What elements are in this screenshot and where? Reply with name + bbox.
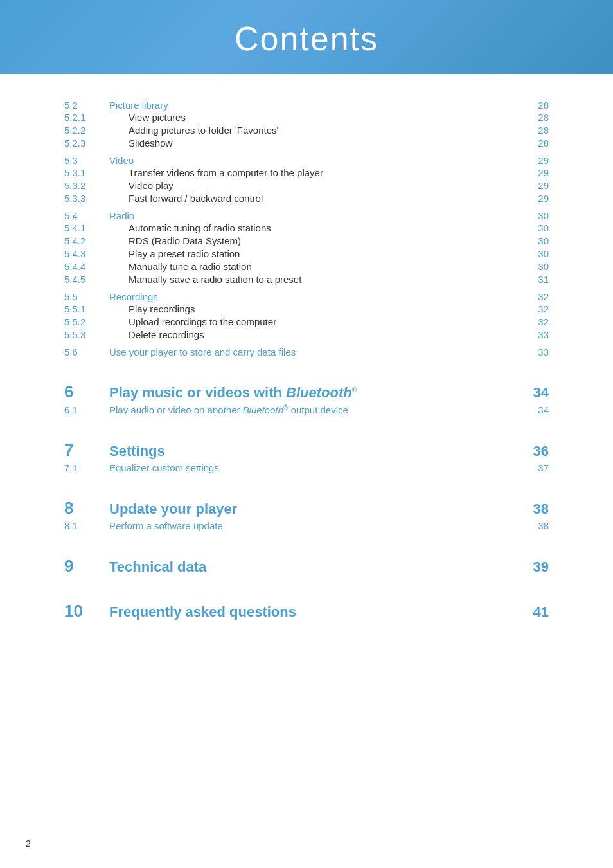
toc-page-7-1: 37 [529,462,549,473]
toc-num-6: 6 [64,382,109,402]
toc-num-5-4-3: 5.4.3 [64,248,109,259]
toc-num-5-2: 5.2 [64,100,109,111]
toc-entry-6: 6 Play music or videos with Bluetooth® 3… [64,382,549,402]
toc-num-5-4: 5.4 [64,210,109,221]
toc-label-5-2: Picture library [109,100,529,111]
toc-entry-5-6: 5.6 Use your player to store and carry d… [64,347,549,357]
toc-label-8: Update your player [109,501,529,518]
toc-page-6-1: 34 [529,404,549,415]
toc-label-5-4-4: Manually tune a radio station [109,261,529,272]
toc-entry-5-2-1: 5.2.1 View pictures 28 [64,112,549,123]
toc-label-5-5-3: Delete recordings [109,329,529,340]
toc-label-5-5-1: Play recordings [109,303,529,314]
toc-page-5-4: 30 [529,210,549,221]
toc-entry-5-5: 5.5 Recordings 32 [64,291,549,302]
toc-page-5-5-1: 32 [529,303,549,314]
toc-label-5-2-2: Adding pictures to folder 'Favorites' [109,125,529,136]
toc-num-6-1: 6.1 [64,404,109,415]
toc-page-9: 39 [529,559,549,575]
toc-page-8-1: 38 [529,520,549,531]
toc-num-10: 10 [64,601,109,621]
toc-num-5-2-3: 5.2.3 [64,138,109,149]
toc-num-5-3-3: 5.3.3 [64,193,109,204]
toc-entry-5-4: 5.4 Radio 30 [64,210,549,221]
toc-num-5-6: 5.6 [64,347,109,357]
toc-entry-8: 8 Update your player 38 [64,498,549,518]
toc-page-5-2-2: 28 [529,125,549,136]
reg-symbol-6-1: ® [283,404,288,411]
toc-page-6: 34 [529,384,549,401]
toc-page-5-2-3: 28 [529,138,549,149]
toc-label-5-4-1: Automatic tuning of radio stations [109,222,529,233]
toc-label-5-3-1: Transfer videos from a computer to the p… [109,167,529,178]
toc-page-5-5: 32 [529,291,549,302]
toc-label-5-4-2: RDS (Radio Data System) [109,235,529,246]
toc-label-7-1: Equalizer custom settings [109,462,529,473]
toc-num-8: 8 [64,498,109,518]
toc-entry-5-2-3: 5.2.3 Slideshow 28 [64,138,549,149]
toc-entry-5-2: 5.2 Picture library 28 [64,100,549,111]
bluetooth-italic-6-1: Bluetooth [243,404,283,415]
toc-entry-5-3-3: 5.3.3 Fast forward / backward control 29 [64,193,549,204]
toc-label-5-6: Use your player to store and carry data … [109,347,529,357]
toc-entry-5-2-2: 5.2.2 Adding pictures to folder 'Favorit… [64,125,549,136]
toc-page-5-2: 28 [529,100,549,111]
toc-entry-5-4-5: 5.4.5 Manually save a radio station to a… [64,274,549,285]
toc-label-5-2-1: View pictures [109,112,529,123]
toc-num-5-5-3: 5.5.3 [64,329,109,340]
toc-num-5-2-1: 5.2.1 [64,112,109,123]
toc-entry-5-4-3: 5.4.3 Play a preset radio station 30 [64,248,549,259]
toc-num-5-4-1: 5.4.1 [64,222,109,233]
toc-entry-5-3-1: 5.3.1 Transfer videos from a computer to… [64,167,549,178]
toc-entry-5-5-2: 5.5.2 Upload recordings to the computer … [64,316,549,327]
toc-label-10: Frequently asked questions [109,604,529,620]
toc-num-5-2-2: 5.2.2 [64,125,109,136]
toc-entry-6-1: 6.1 Play audio or video on another Bluet… [64,404,549,415]
toc-label-5-4-5: Manually save a radio station to a prese… [109,274,529,285]
toc-num-7-1: 7.1 [64,462,109,473]
toc-num-5-5-1: 5.5.1 [64,303,109,314]
toc-entry-10: 10 Frequently asked questions 41 [64,601,549,621]
toc-label-6: Play music or videos with Bluetooth® [109,384,529,401]
toc-page-5-3-3: 29 [529,193,549,204]
page-number: 2 [26,838,31,849]
toc-page-5-3: 29 [529,155,549,166]
toc-label-9: Technical data [109,559,529,575]
toc-page-7: 36 [529,443,549,460]
toc-num-5-5-2: 5.5.2 [64,316,109,327]
toc-num-9: 9 [64,556,109,576]
toc-num-5-4-2: 5.4.2 [64,235,109,246]
toc-num-5-3: 5.3 [64,155,109,166]
toc-entry-8-1: 8.1 Perform a software update 38 [64,520,549,531]
toc-page-8: 38 [529,501,549,518]
toc-page-5-4-4: 30 [529,261,549,272]
toc-label-6-1: Play audio or video on another Bluetooth… [109,404,529,415]
toc-entry-5-4-2: 5.4.2 RDS (Radio Data System) 30 [64,235,549,246]
toc-label-8-1: Perform a software update [109,520,529,531]
toc-page-5-6: 33 [529,347,549,357]
toc-page-5-4-5: 31 [529,274,549,285]
toc-entry-5-4-1: 5.4.1 Automatic tuning of radio stations… [64,222,549,233]
toc-label-5-4: Radio [109,210,529,221]
reg-symbol-6: ® [352,386,357,393]
toc-label-5-4-3: Play a preset radio station [109,248,529,259]
toc-entry-7-1: 7.1 Equalizer custom settings 37 [64,462,549,473]
toc-label-5-5-2: Upload recordings to the computer [109,316,529,327]
toc-label-5-3-2: Video play [109,180,529,191]
toc-num-5-3-1: 5.3.1 [64,167,109,178]
toc-label-5-5: Recordings [109,291,529,302]
toc-page-5-4-2: 30 [529,235,549,246]
bluetooth-italic-6: Bluetooth [286,384,352,401]
header-banner: Contents [0,0,613,74]
toc-page-5-4-3: 30 [529,248,549,259]
contents-body: 5.2 Picture library 28 5.2.1 View pictur… [0,87,613,636]
toc-num-7: 7 [64,440,109,460]
toc-label-5-3: Video [109,155,529,166]
toc-num-5-4-5: 5.4.5 [64,274,109,285]
toc-label-5-3-3: Fast forward / backward control [109,193,529,204]
toc-num-8-1: 8.1 [64,520,109,531]
toc-page-5-3-2: 29 [529,180,549,191]
toc-label-7: Settings [109,443,529,460]
toc-entry-5-4-4: 5.4.4 Manually tune a radio station 30 [64,261,549,272]
toc-label-5-2-3: Slideshow [109,138,529,149]
